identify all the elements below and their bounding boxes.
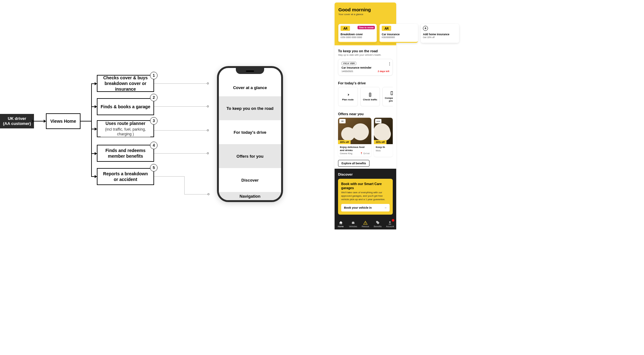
tile-compare-fuel[interactable]: Compare fuel prices <box>382 87 393 106</box>
book-vehicle-button[interactable]: Book your vehicle in → <box>341 204 390 211</box>
warning-icon <box>363 221 368 225</box>
reg-plate: VN14 VBR <box>341 62 356 65</box>
reminder-title: Car insurance reminder <box>341 66 389 69</box>
drive-section: For today's drive Plan route Check traff… <box>335 77 396 108</box>
wf-section-road: To keep you on the road <box>219 96 281 120</box>
reminder-card[interactable]: VN14 VBR Car insurance reminder 14/03/20… <box>338 59 393 76</box>
svg-point-3 <box>370 95 370 96</box>
traffic-icon <box>368 92 373 97</box>
task-box-2: Finds & books a garage <box>97 98 154 115</box>
svg-point-1 <box>370 93 370 94</box>
task-box-5: Reports a breakdown or accident <box>97 168 154 185</box>
kebab-icon[interactable] <box>389 62 390 65</box>
wf-section-discover: Discover <box>219 168 281 192</box>
task-badge-2: 2 <box>150 94 158 101</box>
road-title: To keep you on the road <box>338 49 393 53</box>
user-icon <box>388 221 392 225</box>
merchant-logo: GK <box>339 119 346 123</box>
offer-caption: Keep th <box>374 144 393 149</box>
smartcare-body: We'll take care of everything with our a… <box>341 191 390 201</box>
tab-benefits[interactable]: Benefits <box>372 219 384 229</box>
fuel-icon <box>390 91 393 96</box>
arrow-right-icon: → <box>384 206 387 209</box>
cover-card-breakdown[interactable]: AA Time to renew Breakdown cover 6356 00… <box>338 24 377 43</box>
wf-section-cover: Cover at a glance <box>219 79 281 96</box>
arrow-right-icon <box>345 92 350 97</box>
reminder-date: 14/03/2021 <box>341 70 353 73</box>
tab-vehicles[interactable]: Vehicles <box>347 219 359 229</box>
task-box-4: Finds and redeems member benefits <box>97 145 154 162</box>
drive-title: For today's drive <box>338 81 393 85</box>
task-badge-1: 1 <box>150 72 158 79</box>
offer-card-2[interactable]: moto 20% off Keep th Moto <box>374 118 393 157</box>
greeting-subtitle: Your cover at a glance <box>338 13 392 16</box>
reminder-days-left: 2 days left <box>378 70 389 73</box>
notification-dot <box>392 219 394 222</box>
svg-point-4 <box>389 221 391 223</box>
wf-section-nav: Navigation <box>219 192 281 200</box>
offer-tag: 20% off <box>374 140 386 144</box>
phone-wireframe: Cover at a glance To keep you on the roa… <box>217 66 283 202</box>
car-icon <box>351 221 355 225</box>
road-section: To keep you on the road Stay up to date … <box>335 45 396 77</box>
connector <box>91 83 92 176</box>
merchant-logo: moto <box>375 119 381 123</box>
aa-logo-icon: AA <box>341 26 350 31</box>
tag-icon <box>375 221 380 225</box>
tab-rescue[interactable]: Rescue <box>359 219 371 229</box>
task-badge-4: 4 <box>150 142 158 149</box>
offer-merchant: Greene King <box>340 152 352 155</box>
views-home-label: Views Home <box>50 118 76 124</box>
cover-card-add-home[interactable]: + Add home insurance Get 10% off <box>421 24 459 43</box>
actor-label: UK driver (AA customer) <box>3 116 31 127</box>
tab-bar: Home Vehicles Rescue Benefits Account <box>335 219 396 229</box>
task-box-1: Checks cover & buys breakdown cover or i… <box>97 75 154 92</box>
plus-icon: + <box>423 26 428 31</box>
road-hint: Stay up to date with your vehicle's heal… <box>338 54 393 56</box>
tab-account[interactable]: Account <box>384 219 396 229</box>
actor-box: UK driver (AA customer) <box>0 114 34 128</box>
home-icon <box>339 221 343 225</box>
offer-merchant: Moto <box>376 149 381 152</box>
connector <box>80 121 91 121</box>
discover-title: Discover <box>338 172 393 176</box>
smartcare-card: Book with our Smart Care garages We'll t… <box>338 179 393 215</box>
explore-benefits-button[interactable]: Explore all benefits <box>338 160 369 167</box>
offer-caption: Enjoy delicious food and drinks <box>338 144 371 152</box>
discover-section: Discover Book with our Smart Care garage… <box>335 169 396 219</box>
views-home-box: Views Home <box>46 113 80 129</box>
offer-distance: 📍 0.4 mi <box>360 152 369 155</box>
task-box-3: Uses route planner (incl traffic, fuel, … <box>97 120 154 137</box>
tile-plan-route[interactable]: Plan route <box>338 87 358 106</box>
offer-card-1[interactable]: GK 20% off Enjoy delicious food and drin… <box>338 118 371 157</box>
cover-card-insurance[interactable]: AA Car insurance K00/0000000 <box>380 24 418 43</box>
wf-section-offers: Offers for you <box>219 144 281 168</box>
offer-tag: 20% off <box>338 140 351 144</box>
tab-home[interactable]: Home <box>335 219 347 229</box>
tile-check-traffic[interactable]: Check traffic <box>360 87 380 106</box>
aa-logo-icon: AA <box>382 26 391 31</box>
wf-section-drive: For today's drive <box>219 120 281 144</box>
offers-section: Offers near you GK 20% off Enjoy delicio… <box>335 108 396 169</box>
renew-badge: Time to renew <box>358 26 375 29</box>
task-badge-3: 3 <box>150 117 158 125</box>
offers-title: Offers near you <box>338 112 393 116</box>
svg-point-2 <box>370 94 370 95</box>
task-badge-5: 5 <box>150 164 158 172</box>
smartcare-title: Book with our Smart Care garages <box>341 182 390 190</box>
greeting-title: Good morning <box>338 7 392 12</box>
cover-cards-strip: AA Time to renew Breakdown cover 6356 00… <box>338 24 459 43</box>
